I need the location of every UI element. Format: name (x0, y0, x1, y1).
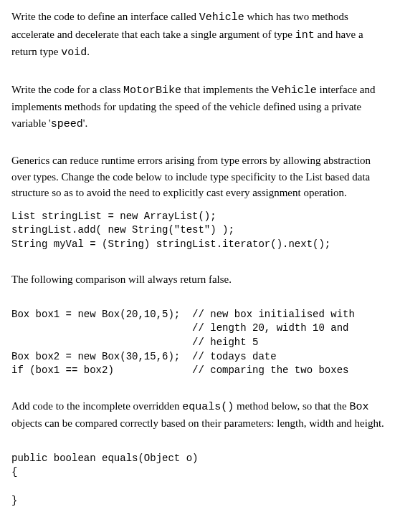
text: . (87, 46, 90, 57)
text: Add code to the incomplete overridden (11, 400, 182, 412)
text: '. (83, 117, 87, 129)
text: Write the code to define an interface ca… (11, 11, 199, 22)
text: objects can be compared correctly based … (11, 417, 384, 429)
code-box: Box (349, 401, 368, 413)
text: method below, so that the (234, 400, 349, 412)
question-3: Generics can reduce runtime errors arisi… (11, 153, 389, 201)
code-int: int (295, 29, 315, 42)
code-block-box-compare: Box box1 = new Box(20,10,5); // new box … (11, 308, 389, 378)
code-vehicle: Vehicle (199, 11, 244, 24)
code-void: void (61, 47, 87, 59)
text: Write the code for a class (11, 84, 123, 95)
code-motorbike: MotorBike (123, 84, 181, 97)
question-1: Write the code to define an interface ca… (11, 9, 389, 62)
question-2: Write the code for a class MotorBike tha… (11, 82, 389, 133)
code-equals: equals() (182, 401, 234, 413)
question-4: Add code to the incomplete overridden eq… (11, 398, 389, 432)
question-4-intro: The following comparison will always ret… (11, 271, 389, 288)
code-vehicle: Vehicle (272, 84, 317, 97)
code-block-equals-method: public boolean equals(Object o) { } (11, 452, 389, 508)
text: that implements the (181, 84, 272, 95)
code-block-generics: List stringList = new ArrayList(); strin… (11, 210, 389, 252)
question-5: Explain with an example a composition re… (11, 528, 389, 532)
code-speed: speed (51, 118, 83, 130)
